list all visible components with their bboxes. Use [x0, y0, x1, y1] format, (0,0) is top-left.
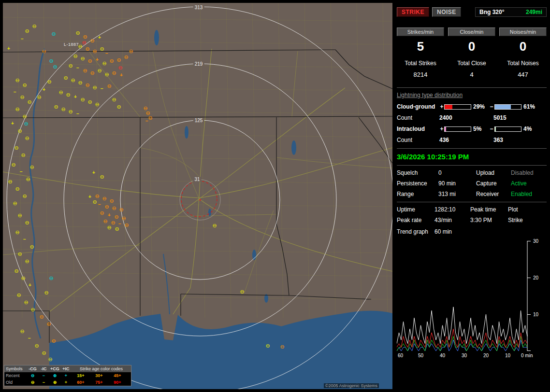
- strike-symbol: ⊖: [29, 165, 34, 170]
- strike-symbol: ⊖: [17, 128, 22, 134]
- strike-symbol: ⊖: [26, 177, 30, 182]
- strikes-per-min-button[interactable]: Strikes/min: [397, 28, 444, 36]
- strike-symbol: ⊖: [8, 179, 12, 184]
- strike-symbol: +: [92, 170, 95, 175]
- legend-col-ic-plus: +IC: [60, 366, 72, 371]
- strike-symbol: ⊖: [100, 210, 104, 216]
- strike-symbol: ⊖: [51, 338, 56, 344]
- strike-symbol: ⊖: [112, 206, 116, 211]
- peak-time-label: Peak time: [470, 206, 508, 213]
- lightning-map[interactable]: ⊖⊖⊖+⊖⊖⊖⊖−⊖⊖⊖+⊖⊖⊖⊖⊖⊖−⊖⊖⊖⊖⊖+⊖⊖⊖⊖⊖−⊖⊖⊖+⊖⊖⊖⊖…: [3, 3, 392, 389]
- strike-symbol: ⊖: [115, 226, 119, 232]
- persistence-value: 90 min: [438, 180, 476, 187]
- strike-symbol: ⊖: [53, 64, 57, 70]
- plot-value: Strike: [508, 217, 547, 224]
- strike-symbol: ⊖: [25, 259, 29, 264]
- plot-label: Plot: [508, 206, 547, 213]
- peak-time-value: 3:30 PM: [470, 217, 508, 224]
- ic-minus-icon: −: [38, 373, 49, 378]
- strike-symbol: ⊖: [102, 61, 106, 66]
- strike-symbol: ⊖: [112, 70, 116, 76]
- plus-sign: +: [439, 126, 444, 132]
- strike-symbol: ⊖: [240, 289, 244, 294]
- strike-symbol: ⊖: [75, 30, 80, 36]
- noise-mode-button[interactable]: NOISE: [432, 7, 461, 17]
- strike-symbol: ⊖: [27, 99, 31, 105]
- strike-symbol: ⊖: [29, 244, 34, 250]
- strike-symbol: ⊖: [66, 92, 70, 98]
- strike-symbol: ⊖: [148, 115, 152, 121]
- total-strikes-value: 8214: [397, 71, 444, 78]
- strike-symbol: ⊖: [39, 314, 43, 320]
- intracloud-count-row: Count 436 363: [397, 137, 547, 143]
- strike-symbol: −: [98, 202, 101, 207]
- stats-grid: Uptime 1282:10 Peak time Plot Peak rate …: [397, 206, 547, 224]
- trend-graph-label: Trend graph: [397, 228, 434, 235]
- storm-cell-label: L-1887: [64, 42, 79, 47]
- strike-symbol: ⊖: [124, 55, 128, 60]
- distribution-title: Lightning type distribution: [397, 92, 547, 98]
- strike-symbol: +: [120, 73, 123, 78]
- peak-rate-label: Peak rate: [397, 217, 434, 224]
- strike-symbol: ⊖: [71, 78, 75, 83]
- count-label: Count: [397, 137, 439, 143]
- strike-symbol: ⊖: [21, 276, 25, 281]
- strike-symbol: ⊖: [30, 307, 35, 312]
- strike-symbol: ⊖: [68, 63, 72, 69]
- y-axis-tick: 30: [533, 238, 538, 244]
- strike-mode-button[interactable]: STRIKE: [397, 7, 429, 17]
- strikes-per-min-value: 5: [397, 39, 444, 54]
- minus-sign: −: [489, 126, 494, 132]
- copyright: ©2005 Astrogenic Systems: [324, 383, 379, 388]
- strike-symbol: ⊖: [34, 343, 39, 349]
- strike-symbol: ⊖: [51, 31, 56, 37]
- x-axis-tick: 10: [505, 353, 510, 358]
- age-15: 15+: [72, 373, 90, 378]
- strike-symbol: ⊖: [24, 300, 28, 305]
- strike-symbol: ⊖: [92, 85, 97, 90]
- strike-symbol: ⊖: [22, 114, 27, 119]
- total-noises-value: 447: [499, 71, 547, 78]
- strike-symbol: ⊖: [49, 276, 53, 281]
- strike-symbol: ⊖: [15, 107, 19, 112]
- ic-minus-pct: 4%: [521, 126, 538, 132]
- x-axis-tick: 60: [398, 353, 403, 358]
- strike-symbol: ⊖: [22, 83, 27, 88]
- ic-plus-pct: 5%: [471, 126, 489, 132]
- strike-symbol: ⊖: [92, 199, 97, 205]
- trend-label-row: Trend graph 60 min: [397, 228, 547, 235]
- strike-symbol: ⊖: [46, 322, 51, 327]
- cg-plus-bar-fill: [445, 105, 452, 109]
- datetime-display: 3/6/2026 10:25:19 PM: [397, 153, 547, 161]
- strike-symbol: ⊖: [104, 72, 109, 77]
- strike-symbol: ⊖: [87, 99, 92, 105]
- strike-symbol: +: [96, 57, 99, 62]
- divider: [397, 148, 547, 149]
- minus-sign: −: [489, 103, 494, 110]
- x-axis-tick: 30: [462, 353, 467, 358]
- strike-symbol: ⊖: [83, 68, 87, 73]
- mode-row: STRIKE NOISE Bng 320° 249mi: [397, 7, 547, 17]
- strike-symbol: +: [43, 87, 45, 92]
- ic-plus-icon: +: [60, 380, 72, 385]
- strike-symbol: ⊖: [20, 329, 24, 334]
- strike-symbol: −: [105, 51, 108, 56]
- strike-symbol: ⊖: [92, 49, 97, 54]
- ic-plus-bar: [444, 126, 471, 132]
- strike-symbol: ⊖: [15, 186, 19, 192]
- cg-minus-icon: ⊖: [27, 373, 38, 378]
- strike-symbol: ⊖: [121, 216, 126, 221]
- close-per-min-value: 0: [448, 39, 495, 54]
- divider: [397, 165, 547, 166]
- bearing-distance: 249mi: [526, 9, 542, 15]
- strike-symbol: ⊖: [25, 220, 29, 225]
- cg-plus-icon: ⊕: [49, 373, 60, 378]
- strike-symbol: ⊖: [63, 75, 68, 81]
- legend-header-row: Symbols -CG -IC +CG +IC Strike age color…: [4, 365, 131, 372]
- strike-symbol: ⊖: [116, 104, 121, 110]
- close-per-min-button[interactable]: Close/min: [448, 28, 495, 36]
- strike-symbol: ⊖: [90, 70, 94, 76]
- persistence-label: Persistence: [397, 180, 438, 187]
- range-ring-label: 31: [193, 177, 201, 182]
- noises-per-min-button[interactable]: Noises/min: [499, 28, 547, 36]
